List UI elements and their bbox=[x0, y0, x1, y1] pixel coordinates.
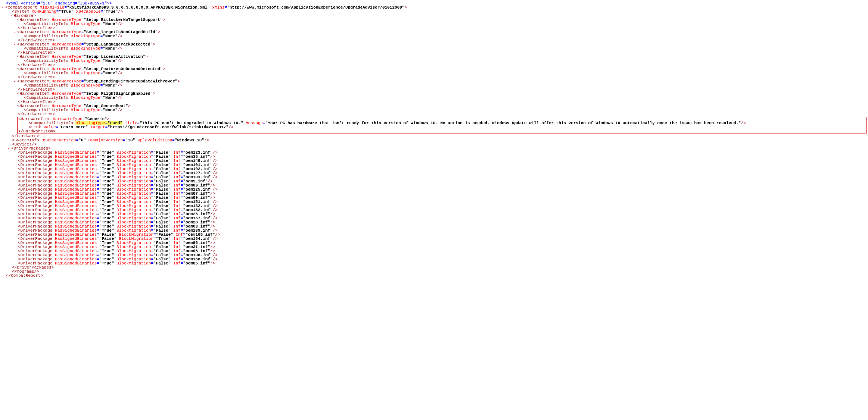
hardwareitem-open[interactable]: -<HardwareItem HardwareType="Setup_Targe… bbox=[1, 30, 868, 34]
collapse-toggle[interactable]: - bbox=[7, 147, 11, 151]
hardwareitem-close[interactable]: </HardwareItem> bbox=[1, 100, 868, 104]
collapse-toggle[interactable]: - bbox=[13, 43, 17, 47]
hardwareitem-open[interactable]: -<HardwareItem HardwareType="Setup_Featu… bbox=[1, 67, 868, 71]
systeminfo[interactable]: <SystemInfo OSMinorVersion="0" OSMajorVe… bbox=[1, 138, 868, 142]
hardwareitem-close[interactable]: </HardwareItem> bbox=[18, 129, 865, 134]
system-element[interactable]: <System X64Running="True" X64Capable="Tr… bbox=[1, 10, 868, 14]
compatibilityinfo[interactable]: <CompatibilityInfo BlockingType="None"/> bbox=[1, 59, 868, 63]
hardwareitem-open[interactable]: -<HardwareItem HardwareType="Setup_Bitlo… bbox=[1, 18, 868, 22]
compatibilityinfo[interactable]: <CompatibilityInfo BlockingType="None"/> bbox=[1, 108, 868, 112]
xml-document: <?xml version="1.0" encoding="ISO-8859-1… bbox=[1, 1, 868, 278]
highlighted-block: <HardwareItem HardwareType="Generic"><Co… bbox=[17, 117, 867, 134]
collapse-toggle[interactable]: - bbox=[13, 79, 17, 84]
collapse-toggle[interactable]: - bbox=[13, 18, 17, 22]
compatreport-close[interactable]: </CompatReport> bbox=[1, 274, 868, 278]
compatibilityinfo[interactable]: <CompatibilityInfo BlockingType="None"/> bbox=[1, 84, 868, 88]
compatibilityinfo[interactable]: <CompatibilityInfo BlockingType="None"/> bbox=[1, 71, 868, 75]
programs[interactable]: <Programs/> bbox=[1, 270, 868, 274]
hardwareitem-open[interactable]: -<HardwareItem HardwareType="Setup_Secur… bbox=[1, 104, 868, 108]
collapse-toggle[interactable]: - bbox=[13, 55, 17, 59]
driverpackages-close[interactable]: </DriverPackages> bbox=[1, 266, 868, 270]
collapse-toggle[interactable]: - bbox=[1, 6, 5, 10]
hardwareitem-close[interactable]: </HardwareItem> bbox=[1, 112, 868, 116]
compatibilityinfo[interactable]: <CompatibilityInfo BlockingType="None"/> bbox=[1, 47, 868, 51]
compatreport-open[interactable]: -<CompatReport MigXmlFile="k5LtSflOJkCAh… bbox=[1, 6, 868, 10]
collapse-toggle[interactable]: - bbox=[13, 104, 17, 108]
collapse-toggle[interactable]: - bbox=[13, 67, 17, 71]
collapse-toggle[interactable]: - bbox=[13, 30, 17, 34]
hardwareitem-open[interactable]: -<HardwareItem HardwareType="Setup_Fligh… bbox=[1, 92, 868, 96]
collapse-toggle[interactable]: - bbox=[7, 14, 11, 18]
hardwareitem-open[interactable]: -<HardwareItem HardwareType="Setup_Pendi… bbox=[1, 79, 868, 84]
hardwareitem-open[interactable]: -<HardwareItem HardwareType="Setup_Langu… bbox=[1, 43, 868, 47]
collapse-toggle[interactable]: - bbox=[13, 92, 17, 96]
hardwareitem-open[interactable]: -<HardwareItem HardwareType="Setup_Licen… bbox=[1, 55, 868, 59]
compatibilityinfo[interactable]: <CompatibilityInfo BlockingType="None"/> bbox=[1, 96, 868, 100]
devices[interactable]: <Devices/> bbox=[1, 142, 868, 147]
compatibilityinfo[interactable]: <CompatibilityInfo BlockingType="None"/> bbox=[1, 34, 868, 38]
compatibilityinfo[interactable]: <CompatibilityInfo BlockingType="None"/> bbox=[1, 22, 868, 26]
driverpackage[interactable]: <DriverPackage HasSignedBinaries="True" … bbox=[1, 261, 868, 266]
link-element[interactable]: <Link Value="Learn More" Target="https:/… bbox=[18, 125, 865, 129]
